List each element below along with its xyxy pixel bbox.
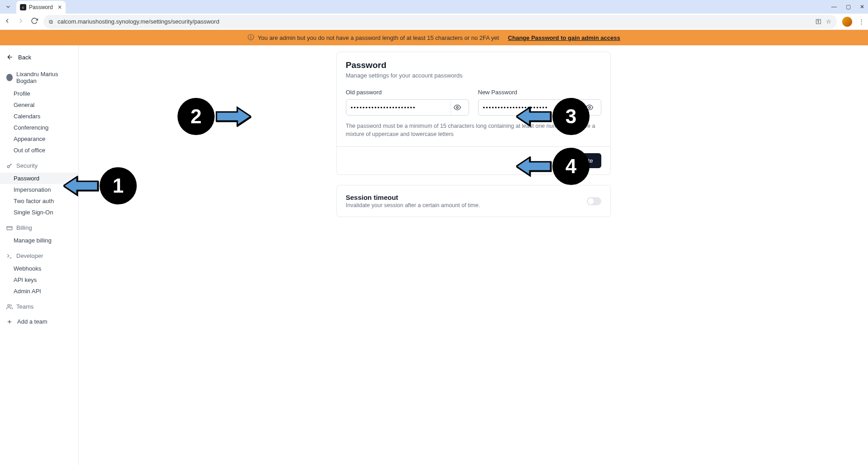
sidebar-item-profile[interactable]: Profile: [0, 88, 78, 99]
favicon-icon: c: [20, 4, 26, 10]
teams-header-label: Teams: [16, 303, 34, 310]
update-button[interactable]: Update: [566, 153, 601, 168]
svg-point-1: [7, 165, 10, 168]
password-help-text: The password must be a minimum of 15 cha…: [346, 122, 601, 138]
old-password-input[interactable]: [351, 104, 448, 111]
annotation-circle: 1: [100, 167, 137, 204]
profile-avatar-icon[interactable]: [842, 17, 852, 27]
toggle-old-visibility-button[interactable]: [451, 101, 464, 114]
new-password-wrap: [478, 99, 601, 116]
user-avatar-icon: [6, 74, 13, 81]
password-card-title: Password: [346, 60, 601, 70]
svg-point-8: [8, 304, 10, 306]
browser-tab[interactable]: c Password ✕: [16, 1, 66, 14]
sidebar-user[interactable]: Lixandru Marius Bogdan: [0, 64, 78, 88]
password-key-icon[interactable]: ⚿: [815, 18, 821, 25]
browser-menu-icon[interactable]: ⋮: [858, 18, 864, 25]
eye-icon: [454, 104, 461, 111]
sidebar-item-two-factor[interactable]: Two factor auth: [0, 195, 78, 207]
sidebar-item-appearance[interactable]: Appearance: [0, 133, 78, 145]
sidebar: Back Lixandru Marius Bogdan Profile Gene…: [0, 45, 79, 465]
arrow-right-icon: [215, 106, 251, 127]
url-text: calcom.mariushosting.synology.me/setting…: [58, 18, 811, 25]
app-shell: Back Lixandru Marius Bogdan Profile Gene…: [0, 45, 868, 465]
security-header-label: Security: [16, 162, 38, 169]
sidebar-item-calendars[interactable]: Calendars: [0, 111, 78, 122]
sidebar-item-conferencing[interactable]: Conferencing: [0, 122, 78, 133]
sidebar-group-security: Security: [0, 159, 78, 173]
add-team-button[interactable]: Add a team: [0, 314, 78, 329]
svg-line-3: [11, 164, 12, 164]
main-content: Password Manage settings for your accoun…: [79, 45, 868, 465]
sidebar-item-admin-api[interactable]: Admin API: [0, 286, 78, 297]
bookmark-star-icon[interactable]: ☆: [826, 18, 831, 25]
site-settings-icon[interactable]: ⧉: [49, 19, 53, 25]
banner-text: You are admin but you do not have a pass…: [258, 34, 499, 41]
svg-point-12: [589, 107, 590, 108]
toggle-new-visibility-button[interactable]: [583, 101, 596, 114]
sidebar-group-billing: Billing: [0, 221, 78, 235]
url-bar[interactable]: ⧉ calcom.mariushosting.synology.me/setti…: [43, 15, 837, 29]
back-icon[interactable]: [4, 17, 11, 26]
banner-link[interactable]: Change Password to gain admin access: [508, 34, 620, 41]
sidebar-group-developer: Developer: [0, 249, 78, 263]
forward-icon[interactable]: [17, 17, 24, 26]
user-name: Lixandru Marius Bogdan: [16, 71, 72, 84]
eye-icon: [586, 104, 593, 111]
key-icon: [6, 163, 13, 169]
old-password-label: Old password: [346, 89, 469, 96]
tab-title: Password: [29, 4, 53, 10]
svg-point-11: [456, 107, 458, 108]
svg-marker-14: [216, 107, 251, 126]
close-window-icon[interactable]: ✕: [860, 4, 864, 10]
admin-warning-banner: ⓘ You are admin but you do not have a pa…: [0, 30, 868, 45]
new-password-input[interactable]: [483, 104, 580, 111]
toggle-knob: [588, 198, 594, 204]
add-team-label: Add a team: [17, 318, 48, 325]
svg-line-4: [10, 165, 11, 165]
sidebar-item-password[interactable]: Password: [0, 173, 78, 184]
session-timeout-card: Session timeout Invalidate your session …: [336, 185, 611, 217]
window-controls: — ▢ ✕: [831, 4, 864, 10]
tabs-dropdown-icon[interactable]: [4, 2, 13, 11]
sidebar-item-out-of-office[interactable]: Out of office: [0, 145, 78, 156]
annotation-circle: 2: [177, 98, 215, 135]
back-label: Back: [18, 54, 31, 61]
password-card: Password Manage settings for your accoun…: [336, 52, 611, 175]
developer-header-label: Developer: [16, 252, 43, 259]
annotation-2: 2: [177, 98, 251, 135]
close-tab-icon[interactable]: ✕: [58, 4, 62, 10]
old-password-wrap: [346, 99, 469, 116]
sidebar-item-impersonation[interactable]: Impersonation: [0, 184, 78, 195]
browser-toolbar: ⧉ calcom.mariushosting.synology.me/setti…: [0, 14, 868, 30]
credit-card-icon: [6, 225, 13, 231]
terminal-icon: [6, 253, 13, 259]
sidebar-group-teams: Teams: [0, 300, 78, 314]
session-title: Session timeout: [346, 194, 480, 201]
sidebar-item-sso[interactable]: Single Sign-On: [0, 207, 78, 218]
plus-icon: [6, 319, 13, 325]
password-card-subtitle: Manage settings for your account passwor…: [346, 72, 601, 79]
new-password-label: New Password: [478, 89, 601, 96]
sidebar-item-general[interactable]: General: [0, 99, 78, 111]
svg-rect-5: [7, 226, 12, 230]
session-subtitle: Invalidate your session after a certain …: [346, 202, 480, 208]
sidebar-item-webhooks[interactable]: Webhooks: [0, 263, 78, 274]
sidebar-item-manage-billing[interactable]: Manage billing: [0, 235, 78, 246]
browser-tab-strip: c Password ✕ — ▢ ✕: [0, 0, 868, 14]
session-timeout-toggle[interactable]: [587, 197, 601, 205]
sidebar-item-api-keys[interactable]: API keys: [0, 274, 78, 286]
maximize-icon[interactable]: ▢: [846, 4, 851, 10]
minimize-icon[interactable]: —: [831, 4, 837, 10]
users-icon: [6, 304, 13, 310]
info-icon: ⓘ: [248, 34, 254, 42]
billing-header-label: Billing: [16, 224, 32, 231]
back-button[interactable]: Back: [0, 50, 78, 64]
reload-icon[interactable]: [31, 17, 38, 26]
